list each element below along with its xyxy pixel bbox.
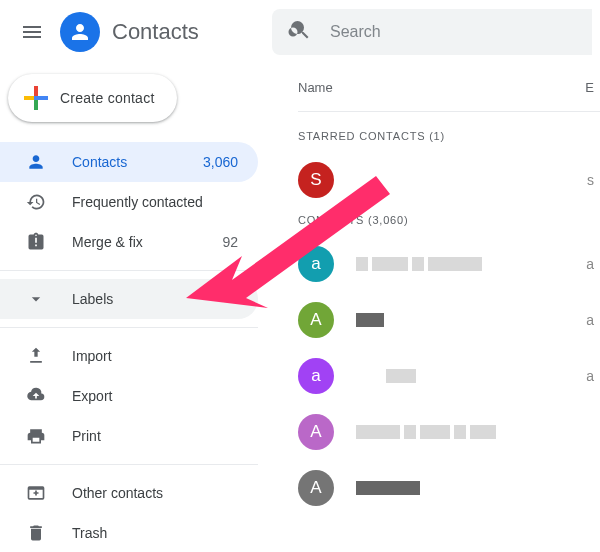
contacts-section-label: CONTACTS (3,060) xyxy=(298,214,600,226)
svg-rect-2 xyxy=(24,96,34,100)
menu-icon[interactable] xyxy=(8,8,56,56)
print-icon xyxy=(26,426,46,446)
sidebar-item-label: Merge & fix xyxy=(72,234,222,250)
app-header: Contacts xyxy=(0,0,600,64)
separator xyxy=(0,270,258,271)
sidebar-item-contacts[interactable]: Contacts 3,060 xyxy=(0,142,258,182)
search-icon xyxy=(288,18,312,46)
avatar: A xyxy=(298,302,334,338)
chevron-down-icon xyxy=(26,289,46,309)
search-bar[interactable] xyxy=(272,9,592,55)
contact-row[interactable]: A xyxy=(298,460,600,516)
sidebar-item-merge[interactable]: Merge & fix 92 xyxy=(0,222,258,262)
main-panel: Name E STARRED CONTACTS (1) S s CONTACTS… xyxy=(258,64,600,552)
sidebar: Create contact Contacts 3,060 Frequently… xyxy=(0,64,258,552)
sidebar-item-import[interactable]: Import xyxy=(0,336,258,376)
history-icon xyxy=(26,192,46,212)
person-icon xyxy=(26,152,46,172)
contact-row[interactable]: a a xyxy=(298,236,600,292)
search-input[interactable] xyxy=(330,23,576,41)
svg-rect-4 xyxy=(34,96,38,100)
sidebar-item-label: Export xyxy=(72,388,238,404)
redacted-name xyxy=(356,257,482,271)
create-contact-label: Create contact xyxy=(60,90,155,106)
contacts-logo-icon xyxy=(60,12,100,52)
sidebar-item-count: 3,060 xyxy=(203,154,238,170)
sidebar-nav: Contacts 3,060 Frequently contacted Merg… xyxy=(0,142,258,552)
starred-section-label: STARRED CONTACTS (1) xyxy=(298,130,600,142)
separator xyxy=(0,327,258,328)
svg-rect-1 xyxy=(34,100,38,110)
avatar: A xyxy=(298,470,334,506)
sidebar-item-label: Other contacts xyxy=(72,485,238,501)
row-right: s xyxy=(587,172,600,188)
sidebar-item-frequent[interactable]: Frequently contacted xyxy=(0,182,258,222)
sidebar-item-labels[interactable]: Labels xyxy=(0,279,258,319)
sidebar-item-label: Frequently contacted xyxy=(72,194,238,210)
archive-icon xyxy=(26,483,46,503)
avatar: a xyxy=(298,358,334,394)
redacted-name xyxy=(356,425,496,439)
svg-rect-0 xyxy=(34,86,38,96)
import-icon xyxy=(26,346,46,366)
sidebar-item-export[interactable]: Export xyxy=(0,376,258,416)
sidebar-item-count: 92 xyxy=(222,234,238,250)
sidebar-item-label: Trash xyxy=(72,525,238,541)
row-right: a xyxy=(586,312,600,328)
create-contact-button[interactable]: Create contact xyxy=(8,74,177,122)
sidebar-item-label: Contacts xyxy=(72,154,203,170)
sidebar-item-trash[interactable]: Trash xyxy=(0,513,258,552)
contact-row[interactable]: A a xyxy=(298,292,600,348)
column-name: Name xyxy=(298,80,333,95)
avatar: a xyxy=(298,246,334,282)
column-header: Name E xyxy=(298,64,600,112)
contact-row[interactable]: A xyxy=(298,404,600,460)
avatar: S xyxy=(298,162,334,198)
svg-rect-3 xyxy=(38,96,48,100)
sidebar-item-label: Import xyxy=(72,348,238,364)
sidebar-item-label: Print xyxy=(72,428,238,444)
app-title: Contacts xyxy=(112,19,199,45)
column-right: E xyxy=(585,80,600,95)
plus-icon xyxy=(22,84,50,112)
merge-icon xyxy=(26,232,46,252)
contact-row[interactable]: S s xyxy=(298,152,600,208)
redacted-name xyxy=(356,481,420,495)
sidebar-item-label: Labels xyxy=(72,291,238,307)
contact-row[interactable]: a a xyxy=(298,348,600,404)
sidebar-item-other[interactable]: Other contacts xyxy=(0,473,258,513)
row-right: a xyxy=(586,256,600,272)
redacted-name xyxy=(356,313,384,327)
row-right: a xyxy=(586,368,600,384)
trash-icon xyxy=(26,523,46,543)
separator xyxy=(0,464,258,465)
export-icon xyxy=(26,386,46,406)
redacted-name xyxy=(386,369,416,383)
sidebar-item-print[interactable]: Print xyxy=(0,416,258,456)
avatar: A xyxy=(298,414,334,450)
